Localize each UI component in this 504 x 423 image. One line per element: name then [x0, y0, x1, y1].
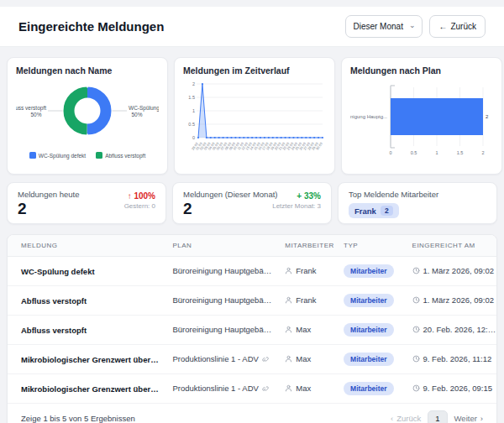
col-meldung: MELDUNG	[8, 235, 159, 257]
type-badge: Mitarbeiter	[344, 323, 393, 337]
stat-card-month: Meldungen (Dieser Monat) 2 + 33% Letzter…	[172, 182, 332, 224]
chart-cards-row: Meldungen nach Name fluss verstopft50%WC…	[7, 57, 497, 175]
table-footer: Zeige 1 bis 5 von 5 Ergebnissen ‹ Zurück…	[8, 404, 496, 423]
stat-card-top-reporters: Top Meldende Mitarbeiter Frank 2	[338, 182, 497, 224]
table-row[interactable]: Abfluss verstopft Büroreinigung Hauptgeb…	[8, 316, 496, 345]
clock-icon	[412, 384, 420, 394]
plan-bar	[391, 98, 483, 135]
person-icon	[285, 296, 292, 306]
stat-card-today: Meldungen heute 2 ↑ 100% Gestern: 0	[7, 182, 166, 224]
svg-text:1: 1	[435, 150, 438, 155]
person-icon	[285, 267, 292, 276]
period-select[interactable]: Dieser Monat ⌄	[345, 15, 423, 38]
pagination-prev-label: Zurück	[396, 414, 421, 423]
svg-text:1.5: 1.5	[457, 150, 464, 155]
link-icon[interactable]	[262, 355, 269, 364]
chart-card-over-time: Meldungen im Zeitverlauf 21.510.5028.020…	[174, 57, 335, 175]
chart-title-by-name: Meldungen nach Name	[16, 65, 159, 76]
bar-chart: 00.511.522Büroreinigung Hauptg...	[350, 76, 493, 168]
header-controls: Dieser Monat ⌄ ← Zurück	[345, 15, 486, 38]
dashboard-content: Meldungen nach Name fluss verstopft50%WC…	[0, 47, 504, 423]
table-header-row: MELDUNG PLAN MITARBEITER TYP EINGEREICHT…	[8, 235, 496, 257]
table-row[interactable]: Mikrobiologischer Grenzwert überschritte…	[8, 345, 496, 374]
col-plan: PLAN	[159, 235, 271, 257]
top-reporter-name: Frank	[354, 206, 376, 216]
chevron-left-icon: ‹	[391, 414, 393, 423]
type-badge: Mitarbeiter	[344, 294, 393, 307]
person-icon	[285, 326, 292, 335]
legend-item: WC-Spülung defekt	[29, 152, 86, 159]
top-reporter-pill: Frank 2	[349, 203, 399, 218]
type-badge: Mitarbeiter	[344, 382, 393, 395]
line-chart: 21.510.5028.0201.0302.0303.0304.0305.030…	[183, 76, 326, 168]
svg-text:0.5: 0.5	[188, 122, 195, 127]
clock-icon	[412, 326, 420, 335]
donut-callout-left: fluss verstopft	[16, 105, 46, 112]
svg-text:0.5: 0.5	[411, 150, 417, 155]
svg-text:2: 2	[486, 114, 489, 119]
svg-text:1: 1	[192, 108, 195, 113]
stat-month-sub: Letzter Monat: 3	[272, 202, 321, 210]
results-summary: Zeige 1 bis 5 von 5 Ergebnissen	[21, 414, 135, 423]
clock-icon	[412, 355, 420, 364]
svg-text:50%: 50%	[131, 112, 142, 118]
pagination: ‹ Zurück 1 Weiter ›	[391, 410, 483, 423]
legend-swatch	[96, 152, 102, 159]
person-icon	[285, 355, 292, 364]
svg-text:2: 2	[481, 150, 484, 155]
donut-legend: WC-Spülung defektAbfluss verstopft	[16, 152, 159, 159]
svg-text:50%: 50%	[30, 112, 41, 118]
legend-swatch	[29, 152, 36, 159]
col-mitarbeiter: MITARBEITER	[271, 235, 330, 257]
person-icon	[285, 384, 292, 394]
chevron-down-icon: ⌄	[409, 22, 416, 29]
table-row[interactable]: Abfluss verstopft Büroreinigung Hauptgeb…	[8, 286, 496, 316]
pagination-next-button[interactable]: Weiter ›	[454, 414, 483, 423]
line-svg: 21.510.5028.0201.0302.0303.0304.0305.030…	[183, 76, 326, 164]
clock-icon	[412, 267, 420, 276]
arrow-left-icon: ←	[438, 22, 447, 31]
donut-callout-right: WC-Spülung d	[129, 105, 159, 112]
chart-title-by-plan: Meldungen nach Plan	[350, 65, 493, 76]
legend-item: Abfluss verstopft	[96, 152, 145, 159]
chart-card-by-plan: Meldungen nach Plan 00.511.522Büroreinig…	[341, 57, 502, 175]
top-reporter-count: 2	[381, 206, 393, 216]
donut-svg: fluss verstopft50%WC-Spülung d50%	[16, 76, 159, 148]
page-header: Eingereichte Meldungen Dieser Monat ⌄ ← …	[0, 7, 504, 47]
bar-svg: 00.511.522Büroreinigung Hauptg...	[350, 76, 493, 164]
svg-text:0: 0	[389, 150, 391, 155]
stat-today-delta: ↑ 100%	[124, 191, 155, 201]
clock-icon	[412, 296, 420, 306]
chevron-right-icon: ›	[480, 414, 483, 423]
stat-today-sub: Gestern: 0	[124, 202, 155, 210]
col-typ: TYP	[330, 235, 398, 257]
svg-text:2: 2	[192, 81, 195, 86]
top-reporters-label: Top Meldende Mitarbeiter	[349, 190, 486, 199]
pagination-next-label: Weiter	[454, 414, 477, 423]
type-badge: Mitarbeiter	[344, 352, 393, 366]
chart-card-by-name: Meldungen nach Name fluss verstopft50%WC…	[7, 57, 168, 175]
reports-table-card: MELDUNG PLAN MITARBEITER TYP EINGEREICHT…	[7, 234, 497, 423]
svg-text:1.5: 1.5	[188, 95, 195, 100]
back-button-label: Zurück	[450, 22, 476, 31]
type-badge: Mitarbeiter	[344, 264, 393, 278]
link-icon[interactable]	[262, 384, 269, 394]
pagination-page-1[interactable]: 1	[428, 410, 447, 423]
back-button[interactable]: ← Zurück	[429, 15, 486, 38]
period-select-value: Dieser Monat	[353, 22, 402, 31]
page-title: Eingereichte Meldungen	[18, 19, 164, 34]
bar-category-label: Büroreinigung Hauptg...	[350, 114, 387, 119]
table-row[interactable]: WC-Spülung defekt Büroreinigung Hauptgeb…	[8, 257, 496, 286]
reports-table: MELDUNG PLAN MITARBEITER TYP EINGEREICHT…	[8, 235, 496, 404]
pagination-prev-button[interactable]: ‹ Zurück	[391, 414, 421, 423]
col-eingereicht-am: EINGEREICHT AM	[399, 235, 496, 257]
donut-chart: fluss verstopft50%WC-Spülung d50%	[16, 76, 159, 151]
chart-title-over-time: Meldungen im Zeitverlauf	[183, 65, 326, 76]
stat-cards-row: Meldungen heute 2 ↑ 100% Gestern: 0 Meld…	[7, 182, 497, 224]
table-row[interactable]: Mikrobiologischer Grenzwert überschritte…	[8, 374, 496, 404]
stat-month-delta: + 33%	[272, 191, 321, 201]
svg-text:0: 0	[192, 135, 195, 140]
